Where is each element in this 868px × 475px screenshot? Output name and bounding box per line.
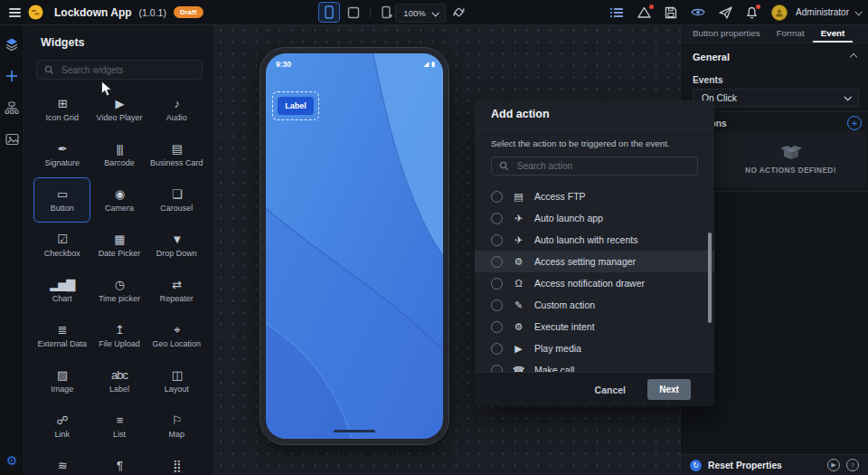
- widget-tile[interactable]: ↥ File Upload: [90, 313, 147, 358]
- widget-tile[interactable]: ☑ Checkbox: [33, 223, 90, 268]
- no-actions-empty-state: NO ACTIONS DEFINED!: [715, 131, 866, 188]
- action-row[interactable]: ✈ Auto launch app: [475, 207, 714, 229]
- widget-tile[interactable]: ⌖ Geo Location: [148, 313, 205, 358]
- widget-tile[interactable]: ≋ NFC: [33, 449, 90, 475]
- widget-tile[interactable]: ≡ List: [90, 404, 147, 449]
- publish-button[interactable]: [719, 6, 732, 19]
- action-row[interactable]: ⚙ Access setting manager: [475, 251, 714, 272]
- warnings-button[interactable]: [637, 6, 651, 18]
- gear-icon: ⚙: [512, 257, 525, 267]
- widget-tile[interactable]: ▦ Date Picker: [90, 223, 147, 268]
- action-row[interactable]: ▶ Play media: [475, 337, 714, 359]
- tab-event[interactable]: Event: [813, 24, 854, 43]
- widget-tile[interactable]: ▤ Business Card: [148, 132, 205, 177]
- widget-tile[interactable]: ▶ Video Player: [90, 87, 147, 132]
- tour-play-button[interactable]: ▶: [827, 459, 840, 471]
- widget-label: Time picker: [99, 294, 140, 303]
- radio-button[interactable]: [491, 321, 503, 333]
- scrollbar-thumb[interactable]: [708, 233, 712, 323]
- widget-tile[interactable]: ≣ External Data: [33, 313, 90, 358]
- action-search-input[interactable]: [515, 160, 690, 172]
- app-logo: [28, 5, 43, 20]
- widget-tile[interactable]: ♪ Audio: [148, 87, 205, 132]
- signal-icon: ◢: [424, 61, 429, 68]
- action-row[interactable]: Ω Access notification drawer: [475, 272, 714, 294]
- widget-tile[interactable]: ▼ Drop Down: [148, 223, 205, 268]
- widget-tile[interactable]: ◉ Camera: [90, 177, 147, 223]
- action-row[interactable]: ⚙ Execute intent: [475, 316, 714, 337]
- widget-tile[interactable]: ◫ Layout: [148, 358, 205, 404]
- rotate-device-button[interactable]: [452, 5, 466, 19]
- add-action-modal: Add action Select the action to be trigg…: [475, 100, 714, 406]
- zoom-select[interactable]: 100%: [395, 4, 446, 23]
- event-trigger-select[interactable]: On Click: [693, 89, 859, 107]
- signature-icon: ✒: [58, 142, 67, 157]
- widget-tile[interactable]: ||| Barcode: [90, 132, 147, 177]
- widget-tile[interactable]: ¶ Paragraph: [90, 449, 147, 475]
- widget-search-input[interactable]: [60, 64, 194, 76]
- carousel-icon: ❏: [172, 187, 182, 202]
- tab-format[interactable]: Format: [769, 24, 813, 43]
- user-menu-chevron-icon[interactable]: [854, 8, 862, 15]
- widget-tile[interactable]: ⣿ QR Code: [148, 449, 205, 475]
- menu-button[interactable]: [9, 8, 21, 17]
- label-widget[interactable]: Label: [278, 97, 314, 115]
- widget-tile[interactable]: ⚐ Map: [148, 404, 205, 449]
- sidebar-item-settings[interactable]: ⚙: [4, 452, 20, 469]
- properties-footer: ↻ Reset Properties ▶ ?: [681, 454, 868, 475]
- widget-tile[interactable]: ▨ Image: [33, 358, 90, 404]
- label-widget-selection[interactable]: Label: [272, 91, 319, 120]
- sidebar-item-hierarchy[interactable]: [4, 100, 20, 116]
- sidebar-item-add-page[interactable]: [4, 68, 20, 84]
- radio-button[interactable]: [491, 213, 503, 224]
- events-label: Events: [693, 75, 723, 85]
- radio-button[interactable]: [491, 256, 503, 268]
- widget-tile[interactable]: ⊞ Icon Grid: [33, 87, 90, 132]
- action-row[interactable]: ✈ Auto launch with recents: [475, 229, 714, 251]
- sidebar-item-widgets[interactable]: [4, 36, 20, 52]
- radio-button[interactable]: [491, 299, 503, 311]
- widget-label: Chart: [52, 294, 72, 303]
- help-button[interactable]: ?: [846, 459, 859, 471]
- general-section-header[interactable]: General: [693, 52, 856, 62]
- next-button[interactable]: Next: [647, 379, 691, 400]
- notifications-button[interactable]: [746, 6, 758, 19]
- home-indicator: [334, 430, 375, 432]
- top-bar: Lockdown App (1.0.1) Draft 100%: [0, 0, 868, 25]
- widget-tile[interactable]: ◷ Time picker: [90, 268, 147, 313]
- radio-button[interactable]: [491, 278, 503, 290]
- sidebar-item-media[interactable]: [4, 131, 20, 147]
- preview-button[interactable]: [691, 7, 705, 17]
- tab-button-properties[interactable]: Button properties: [684, 24, 769, 43]
- action-row[interactable]: ✎ Custom action: [475, 294, 714, 316]
- radio-button[interactable]: [491, 365, 503, 373]
- radio-button[interactable]: [491, 191, 503, 203]
- widget-tile[interactable]: ⇄ Repeater: [148, 268, 205, 313]
- reset-properties-button[interactable]: Reset Properties: [708, 461, 821, 470]
- changelog-button[interactable]: [610, 7, 624, 18]
- widget-tile[interactable]: abc Label: [90, 358, 147, 404]
- save-button[interactable]: [665, 6, 677, 19]
- alert-dot: [649, 5, 654, 9]
- widget-label: Camera: [105, 204, 134, 213]
- widget-search-box[interactable]: [36, 60, 203, 80]
- map-icon: ⚐: [172, 413, 182, 428]
- widget-label: Video Player: [97, 113, 143, 122]
- pencil-icon: ✎: [512, 300, 525, 310]
- widget-tile[interactable]: ✒ Signature: [33, 132, 90, 177]
- widget-tile[interactable]: ☍ Link: [33, 404, 90, 449]
- radio-button[interactable]: [491, 343, 503, 355]
- action-search-box[interactable]: [491, 157, 698, 176]
- phone-screen[interactable]: 9:30 ◢ ▮ Label: [266, 53, 443, 439]
- sitemap-icon: [5, 101, 19, 115]
- action-row[interactable]: ☎ Make call: [475, 359, 714, 372]
- action-row[interactable]: ▤ Access FTP: [475, 185, 714, 207]
- radio-button[interactable]: [491, 234, 503, 246]
- add-action-button[interactable]: +: [847, 116, 862, 130]
- device-phone-button[interactable]: [318, 2, 340, 23]
- widget-tile[interactable]: ▭ Button: [33, 177, 90, 223]
- device-tablet-button[interactable]: [343, 2, 364, 23]
- cancel-button[interactable]: Cancel: [595, 385, 626, 395]
- widget-tile[interactable]: ▂▅▇ Chart: [33, 268, 90, 313]
- widget-tile[interactable]: ❏ Carousel: [148, 177, 205, 223]
